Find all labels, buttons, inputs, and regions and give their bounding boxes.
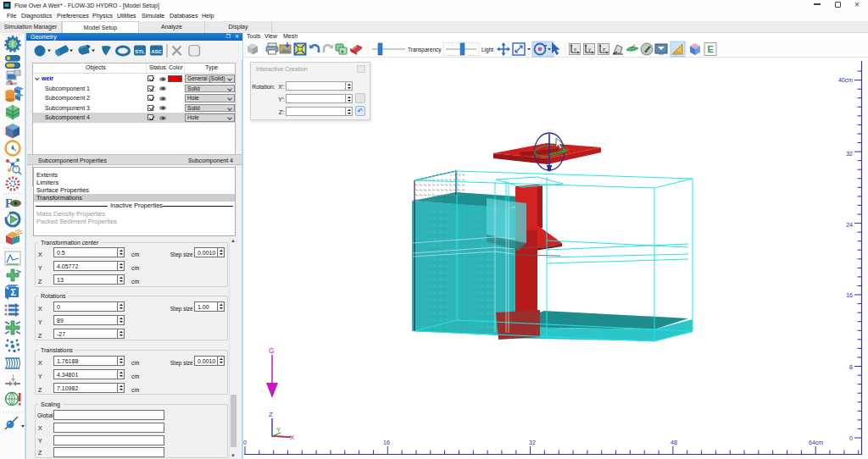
svg-text:64cm: 64cm	[809, 440, 823, 445]
svg-text:16: 16	[846, 292, 853, 298]
svg-text:8: 8	[849, 364, 853, 370]
svg-text:STL: STL	[135, 49, 145, 54]
svg-text:x: x	[574, 47, 576, 52]
svg-text:0: 0	[243, 440, 247, 445]
svg-text:16: 16	[383, 440, 390, 445]
svg-text:y: y	[588, 47, 591, 52]
svg-text:G: G	[269, 346, 275, 355]
svg-text:ASC: ASC	[151, 49, 162, 54]
svg-text:Z: Z	[269, 411, 273, 418]
svg-text:0: 0	[849, 435, 853, 441]
svg-text:24: 24	[846, 222, 853, 228]
svg-text:Σ: Σ	[11, 287, 17, 297]
svg-text:32: 32	[529, 440, 536, 445]
svg-text:48: 48	[670, 440, 677, 445]
svg-text:Transparency: Transparency	[408, 47, 442, 53]
svg-text:Y: Y	[276, 426, 281, 434]
svg-text:32: 32	[846, 151, 853, 157]
svg-text:z: z	[603, 47, 605, 52]
svg-text:X: X	[290, 434, 295, 441]
svg-text:Light: Light	[481, 47, 493, 53]
svg-text:E: E	[708, 44, 714, 54]
svg-text:40cm: 40cm	[838, 77, 853, 83]
